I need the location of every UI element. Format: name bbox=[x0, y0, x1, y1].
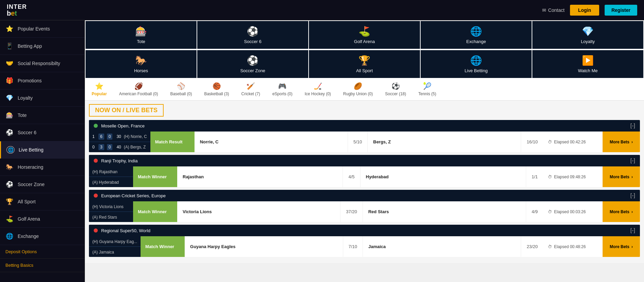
contact-button[interactable]: ✉ Contact bbox=[542, 7, 565, 13]
odds-val-away-moselle: 16/10 bbox=[521, 132, 543, 152]
score-home-row: 1 6 0 30 (H) Norrie, C bbox=[89, 132, 150, 142]
players-panel-super50: (H) Guyana Harpy Eag... (A) Jamaica bbox=[89, 236, 141, 257]
tab-american-football[interactable]: 🏈 American Football (0) bbox=[116, 81, 161, 98]
baseball-tab-icon: ⚾ bbox=[177, 82, 185, 90]
tile-soccer-zone[interactable]: ⚽ Soccer Zone bbox=[197, 50, 308, 78]
tile-tote[interactable]: 🎰 Tote bbox=[86, 21, 197, 49]
ice-hockey-tab-icon: 🏒 bbox=[314, 82, 322, 90]
register-button[interactable]: Register bbox=[605, 5, 637, 16]
event-regional-super50: Regional Super50, World [-] (H) Guyana H… bbox=[89, 225, 640, 257]
more-bets-ranji[interactable]: More Bets › bbox=[603, 166, 640, 187]
elapsed-ranji: ⏱ Elapsed 09:48:26 bbox=[543, 166, 603, 187]
event-european-cricket: European Cricket Series, Europe [-] (H) … bbox=[89, 190, 640, 222]
horses-tile-icon: 🐎 bbox=[135, 55, 147, 66]
tile-live-betting[interactable]: 🌐 Live Betting bbox=[421, 50, 532, 78]
tote-tile-icon: 🎰 bbox=[135, 26, 147, 37]
tab-ice-hockey[interactable]: 🏒 Ice Hockey (0) bbox=[302, 81, 334, 98]
tile-soccer6[interactable]: ⚽ Soccer 6 bbox=[197, 21, 308, 49]
tab-popular[interactable]: ⭐ Popular bbox=[89, 81, 110, 98]
sidebar-item-golf-arena[interactable]: ⛳ Golf Arena bbox=[0, 210, 85, 228]
handshake-icon: 🤝 bbox=[5, 60, 14, 67]
event-indicator-red-2 bbox=[94, 194, 98, 198]
star-icon: ⭐ bbox=[5, 25, 14, 33]
tennis-tab-icon: 🎾 bbox=[423, 82, 431, 90]
tote-icon: 🎰 bbox=[5, 112, 14, 119]
sidebar-item-promotions[interactable]: 🎁 Promotions bbox=[0, 72, 85, 89]
event-indicator-green bbox=[94, 124, 98, 128]
market-label-super50: Match Winner bbox=[141, 236, 185, 257]
odds-cell-away-euro-cricket: Red Stars bbox=[363, 201, 526, 222]
tab-rugby-union[interactable]: 🏉 Rugby Union (0) bbox=[341, 81, 375, 98]
odds-cell-home-euro-cricket: Victoria Lions bbox=[177, 201, 341, 222]
tile-exchange[interactable]: 🌐 Exchange bbox=[421, 21, 532, 49]
tile-loyalty[interactable]: 💎 Loyalty bbox=[532, 21, 643, 49]
players-panel-ranji: (H) Rajasthan (A) Hyderabad bbox=[89, 166, 133, 187]
esports-tab-icon: 🎮 bbox=[278, 82, 287, 90]
logo-bet: bet bbox=[7, 10, 27, 17]
event-collapse-moselle[interactable]: [-] bbox=[630, 123, 635, 129]
more-bets-super50[interactable]: More Bets › bbox=[603, 236, 640, 257]
odds-cell-away-ranji: Hyderabad bbox=[361, 166, 526, 187]
score-away-row: 0 3 0 40 (A) Bergs, Z bbox=[89, 142, 150, 152]
cricket-tab-icon: 🏏 bbox=[246, 82, 255, 90]
soccer-zone-tile-icon: ⚽ bbox=[247, 55, 259, 66]
logo: INTER bet bbox=[7, 4, 27, 17]
event-collapse-euro-cricket[interactable]: [-] bbox=[630, 193, 635, 199]
odds-cells-super50: Guyana Harpy Eagles 7/10 Jamaica 23/20 bbox=[185, 236, 543, 257]
more-bets-moselle[interactable]: More Bets › bbox=[603, 132, 640, 152]
sidebar-item-horseracing[interactable]: 🐎 Horseracing bbox=[0, 159, 85, 176]
tile-golf-arena[interactable]: ⛳ Golf Arena bbox=[309, 21, 420, 49]
logo-inter: INTER bbox=[7, 4, 27, 10]
tile-horses[interactable]: 🐎 Horses bbox=[86, 50, 197, 78]
tile-all-sport[interactable]: 🏆 All Sport bbox=[309, 50, 420, 78]
tab-cricket[interactable]: 🏏 Cricket (7) bbox=[239, 81, 263, 98]
deposit-options-link[interactable]: Deposit Options bbox=[0, 245, 85, 259]
tile-watch-me[interactable]: ▶️ Watch Me bbox=[532, 50, 643, 78]
sidebar-item-tote[interactable]: 🎰 Tote bbox=[0, 107, 85, 124]
odds-cell-away-super50: Jamaica bbox=[363, 236, 521, 257]
trophy-icon: 🏆 bbox=[5, 198, 14, 205]
sidebar-item-soccer-zone[interactable]: ⚽ Soccer Zone bbox=[0, 176, 85, 193]
betting-basics-link[interactable]: Betting Basics bbox=[0, 259, 85, 272]
tab-tennis[interactable]: 🎾 Tennis (5) bbox=[416, 81, 439, 98]
sidebar-item-betting-app[interactable]: 📱 Betting App bbox=[0, 38, 85, 55]
sidebar-item-live-betting[interactable]: 🌐 Live Betting bbox=[0, 141, 85, 159]
all-sport-tile-icon: 🏆 bbox=[358, 55, 370, 66]
event-body-super50: (H) Guyana Harpy Eag... (A) Jamaica Matc… bbox=[89, 236, 640, 257]
header: INTER bet ✉ Contact Login Register bbox=[0, 0, 644, 20]
soccer-zone-icon: ⚽ bbox=[5, 181, 14, 188]
players-panel-euro-cricket: (H) Victoria Lions (A) Red Stars bbox=[89, 201, 133, 222]
tab-basketball[interactable]: 🏀 Basketball (3) bbox=[201, 81, 232, 98]
odds-val-away-euro-cricket: 4/9 bbox=[526, 201, 543, 222]
golf-tile-icon: ⛳ bbox=[358, 26, 370, 37]
sidebar-item-soccer6[interactable]: ⚽ Soccer 6 bbox=[0, 124, 85, 141]
event-header-super50: Regional Super50, World [-] bbox=[89, 225, 640, 236]
sidebar-item-loyalty[interactable]: 💎 Loyalty bbox=[0, 89, 85, 107]
tab-esports[interactable]: 🎮 eSports (0) bbox=[270, 81, 295, 98]
live-betting-tile-icon: 🌐 bbox=[470, 55, 482, 66]
event-header-left-ranji: Ranji Trophy, India bbox=[94, 158, 137, 163]
sidebar-item-all-sport[interactable]: 🏆 All Sport bbox=[0, 193, 85, 210]
soccer-tab-icon: ⚽ bbox=[391, 82, 400, 90]
phone-icon: 📱 bbox=[5, 42, 14, 50]
sidebar-item-social-responsibility[interactable]: 🤝 Social Responsibilty bbox=[0, 55, 85, 72]
market-label-moselle: Match Result bbox=[150, 132, 195, 152]
golf-icon: ⛳ bbox=[5, 215, 14, 223]
odds-cells-moselle: Norrie, C 5/10 Bergs, Z 16/10 bbox=[195, 132, 543, 152]
sidebar-item-exchange[interactable]: 🌐 Exchange bbox=[0, 228, 85, 245]
clock-icon-euro-cricket: ⏱ bbox=[548, 209, 552, 214]
loyalty-tile-icon: 💎 bbox=[582, 26, 594, 37]
basketball-tab-icon: 🏀 bbox=[213, 82, 221, 90]
event-collapse-super50[interactable]: [-] bbox=[630, 227, 635, 234]
login-button[interactable]: Login bbox=[570, 5, 599, 16]
event-header-left-euro-cricket: European Cricket Series, Europe bbox=[94, 193, 166, 198]
event-indicator-red bbox=[94, 159, 98, 163]
sidebar-item-popular-events[interactable]: ⭐ Popular Events bbox=[0, 20, 85, 38]
more-bets-euro-cricket[interactable]: More Bets › bbox=[603, 201, 640, 222]
odds-val-home-moselle: 5/10 bbox=[348, 132, 368, 152]
american-football-tab-icon: 🏈 bbox=[134, 82, 143, 90]
event-collapse-ranji[interactable]: [-] bbox=[630, 158, 635, 164]
tab-baseball[interactable]: ⚾ Baseball (0) bbox=[167, 81, 195, 98]
tab-soccer[interactable]: ⚽ Soccer (18) bbox=[382, 81, 409, 98]
event-header-euro-cricket: European Cricket Series, Europe [-] bbox=[89, 190, 640, 201]
